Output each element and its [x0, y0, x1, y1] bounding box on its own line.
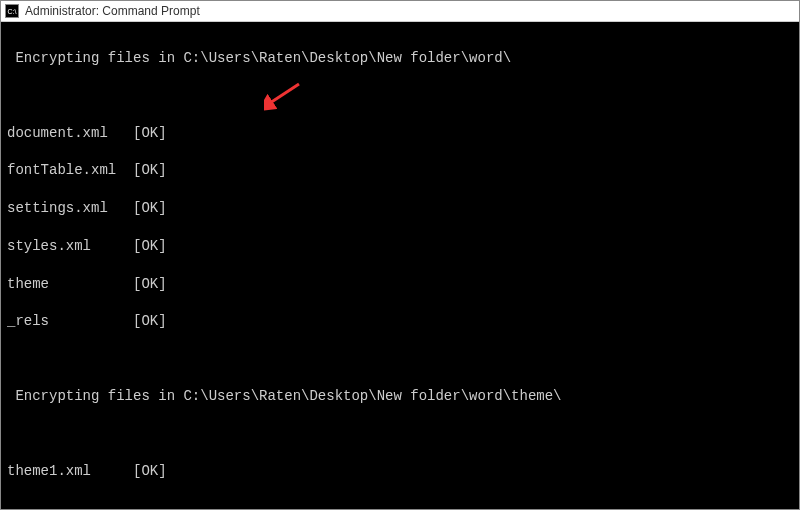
section-header: Encrypting files in C:\Users\Raten\Deskt… — [7, 387, 793, 406]
file-name: styles.xml — [7, 237, 133, 256]
file-row: styles.xml[OK] — [7, 237, 793, 256]
file-status: [OK] — [133, 275, 167, 294]
file-status: [OK] — [133, 124, 167, 143]
file-status: [OK] — [133, 462, 167, 481]
file-row: fontTable.xml[OK] — [7, 161, 793, 180]
file-name: document.xml — [7, 124, 133, 143]
blank-line — [7, 425, 793, 443]
blank-line — [7, 350, 793, 368]
file-row: theme1.xml[OK] — [7, 462, 793, 481]
terminal-output[interactable]: Encrypting files in C:\Users\Raten\Deskt… — [1, 22, 799, 509]
file-name: theme — [7, 275, 133, 294]
section-header: Encrypting files in C:\Users\Raten\Deskt… — [7, 49, 793, 68]
cmd-icon: C:\ — [5, 4, 19, 18]
file-name: settings.xml — [7, 199, 133, 218]
window-titlebar[interactable]: C:\ Administrator: Command Prompt — [1, 1, 799, 22]
blank-line — [7, 500, 793, 510]
file-row: _rels[OK] — [7, 312, 793, 331]
file-status: [OK] — [133, 199, 167, 218]
file-row: settings.xml[OK] — [7, 199, 793, 218]
file-row: theme[OK] — [7, 275, 793, 294]
file-status: [OK] — [133, 312, 167, 331]
file-status: [OK] — [133, 161, 167, 180]
file-name: _rels — [7, 312, 133, 331]
file-name: fontTable.xml — [7, 161, 133, 180]
file-name: theme1.xml — [7, 462, 133, 481]
blank-line — [7, 87, 793, 105]
file-status: [OK] — [133, 237, 167, 256]
file-row: document.xml[OK] — [7, 124, 793, 143]
window-title: Administrator: Command Prompt — [25, 4, 200, 18]
